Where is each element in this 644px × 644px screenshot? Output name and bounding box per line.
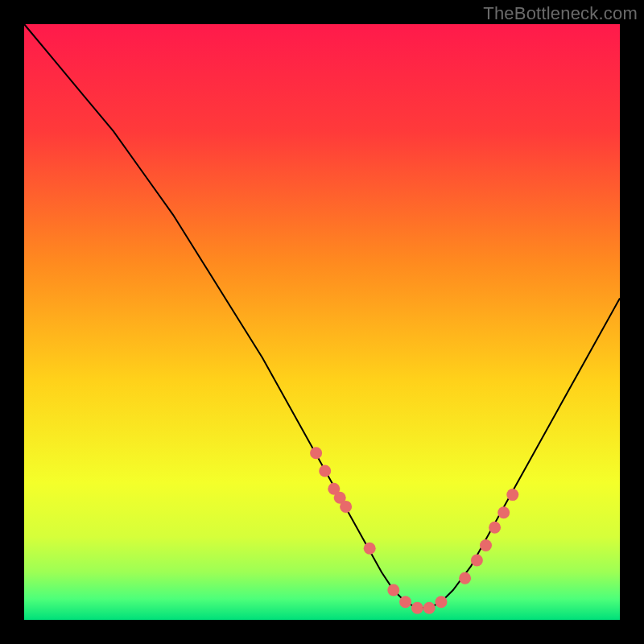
chart-frame: TheBottleneck.com <box>0 0 644 644</box>
watermark-text: TheBottleneck.com <box>483 3 638 24</box>
marker-dot <box>489 522 501 534</box>
marker-dot <box>399 596 411 608</box>
marker-dot <box>471 555 483 567</box>
marker-dot <box>387 584 399 597</box>
marker-dot <box>310 447 322 459</box>
marker-dot <box>506 489 518 501</box>
marker-dot <box>319 465 331 477</box>
bottleneck-chart <box>0 0 644 644</box>
marker-dot <box>480 539 492 551</box>
marker-dot <box>411 602 423 614</box>
marker-dot <box>364 543 376 555</box>
marker-dot <box>459 572 471 584</box>
marker-dot <box>423 602 436 614</box>
marker-dot <box>340 501 352 513</box>
marker-dot <box>497 506 510 518</box>
plot-background <box>24 24 620 620</box>
marker-dot <box>436 596 448 608</box>
